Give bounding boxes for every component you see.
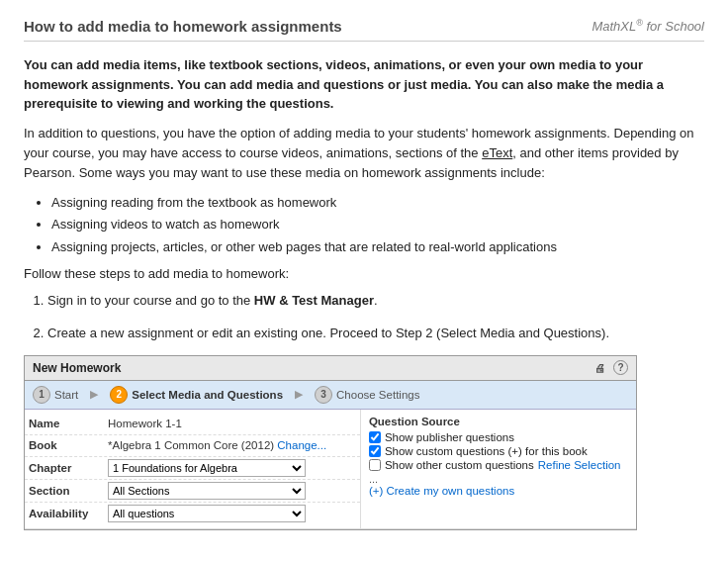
qs-row-3: Show other custom questions Refine Selec… [369,459,628,471]
list-item: Assigning reading from the textbook as h… [51,193,704,213]
form-row-section: Section All Sections [25,480,360,503]
form-left: Name Homework 1-1 Book *Algebra 1 Common… [25,410,361,528]
form-row-chapter: Chapter 1 Foundations for Algebra [25,457,360,480]
value-book: *Algebra 1 Common Core (2012) [108,439,277,451]
list-item: Assigning projects, articles, or other w… [51,237,704,257]
refine-selection-link[interactable]: Refine Selection [538,459,621,471]
step-label-3: Choose Settings [336,389,419,401]
step-divider-2: ▶ [295,388,303,401]
label-availability: Availability [29,508,108,519]
qs-row-2: Show custom questions (+) for this book [369,445,628,457]
step-1: Sign in to your course and go to the HW … [47,291,704,311]
label-book: Book [29,439,108,451]
body-paragraph: In addition to questions, you have the o… [24,124,704,183]
form-row-name: Name Homework 1-1 [25,414,360,435]
steps-nav: 1 Start ▶ 2 Select Media and Questions ▶… [25,381,636,410]
section-select[interactable]: All Sections [108,482,306,500]
qs-row-1: Show publisher questions [369,431,628,443]
form-row-availability: Availability All questions [25,503,360,524]
label-chapter: Chapter [29,462,108,474]
page-title: How to add media to homework assignments [24,18,342,35]
bullet-list: Assigning reading from the textbook as h… [51,193,704,257]
qs-label-1: Show publisher questions [385,431,514,443]
qs-checkbox-3[interactable] [369,459,381,471]
help-icon[interactable]: ? [613,360,628,375]
question-source-title: Question Source [369,416,628,427]
steps-list: Sign in to your course and go to the HW … [47,291,704,342]
step-label-2: Select Media and Questions [132,389,283,401]
qs-checkbox-1[interactable] [369,431,381,443]
label-section: Section [29,485,108,497]
ellipsis: ... [369,473,628,485]
ui-box-header: New Homework 🖨 ? [25,356,636,381]
page-header: How to add media to homework assignments… [24,18,704,42]
step-num-1: 1 [33,386,50,404]
availability-select[interactable]: All questions [108,505,306,522]
qs-label-3: Show other custom questions [385,459,534,471]
value-name: Homework 1-1 [108,418,182,429]
form-grid: Name Homework 1-1 Book *Algebra 1 Common… [25,410,636,529]
steps-label: Follow these steps to add media to homew… [24,266,704,281]
book-change-link[interactable]: Change... [277,439,326,451]
form-row-book: Book *Algebra 1 Common Core (2012) Chang… [25,435,360,457]
nav-step-2[interactable]: 2 Select Media and Questions [110,386,283,404]
nav-step-3[interactable]: 3 Choose Settings [315,386,419,404]
intro-bold-paragraph: You can add media items, like textbook s… [24,55,704,114]
nav-step-1[interactable]: 1 Start [33,386,78,404]
print-icon[interactable]: 🖨 [592,360,607,376]
create-own-questions-link[interactable]: (+) Create my own questions [369,485,514,497]
step-num-2: 2 [110,386,128,404]
qs-label-2: Show custom questions (+) for this book [385,445,588,457]
qs-checkbox-2[interactable] [369,445,381,457]
ui-screenshot-box: New Homework 🖨 ? 1 Start ▶ 2 Select Medi… [24,355,637,530]
step-num-3: 3 [315,386,332,404]
form-right: Question Source Show publisher questions… [361,410,636,528]
ui-box-title: New Homework [33,361,121,375]
step-divider-1: ▶ [90,388,98,401]
list-item: Assigning videos to watch as homework [51,215,704,234]
label-name: Name [29,418,108,429]
chapter-select[interactable]: 1 Foundations for Algebra [108,459,306,477]
brand-label: MathXL® for School [592,18,704,34]
step-2: Create a new assignment or edit an exist… [47,324,704,343]
qs-create-row: (+) Create my own questions [369,485,628,497]
ui-header-icons: 🖨 ? [592,360,628,376]
step-label-1: Start [54,389,78,401]
